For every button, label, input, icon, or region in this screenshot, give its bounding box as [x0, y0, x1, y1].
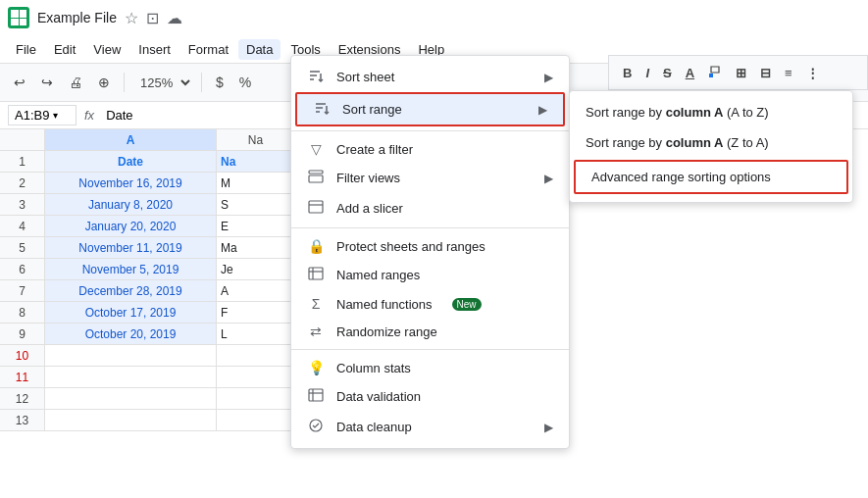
paint-bucket-button[interactable]	[702, 62, 728, 84]
svg-rect-14	[309, 389, 323, 401]
sort-col-a-za-option[interactable]: Sort range by column A (Z to A)	[570, 127, 852, 158]
star-icon[interactable]: ☆	[125, 9, 138, 27]
create-filter-option[interactable]: ▽ Create a filter	[291, 135, 569, 163]
row-num-11[interactable]: 11	[0, 367, 45, 388]
more-button[interactable]: ⋮	[800, 63, 825, 83]
cell-a1[interactable]: Date	[45, 151, 217, 173]
row-num-8[interactable]: 8	[0, 302, 45, 324]
row-num-6[interactable]: 6	[0, 259, 45, 280]
menu-edit[interactable]: Edit	[46, 39, 83, 60]
cell-b11[interactable]	[217, 367, 295, 388]
cloud-icon: ☁	[167, 9, 182, 27]
menu-divider-1	[291, 130, 569, 131]
cell-b10[interactable]	[217, 345, 295, 367]
cell-b3[interactable]: S	[217, 194, 295, 216]
menu-data[interactable]: Data	[238, 39, 281, 60]
row-num-12[interactable]: 12	[0, 388, 45, 410]
menu-view[interactable]: View	[85, 39, 128, 60]
print-button[interactable]: 🖨	[63, 71, 88, 94]
cell-b8[interactable]: F	[217, 302, 295, 324]
percent-button[interactable]: %	[233, 71, 257, 94]
row-num-3[interactable]: 3	[0, 194, 45, 216]
data-cleanup-arrow: ▶	[544, 421, 553, 434]
italic-button[interactable]: I	[639, 63, 655, 83]
named-functions-option[interactable]: Σ Named functions New	[291, 290, 569, 318]
randomize-range-option[interactable]: ⇄ Randomize range	[291, 318, 569, 345]
col-header-b[interactable]: Na	[217, 129, 295, 151]
row-num-4[interactable]: 4	[0, 216, 45, 237]
cell-a2[interactable]: November 16, 2019	[45, 173, 217, 194]
filter-views-icon	[307, 169, 325, 187]
folder-icon[interactable]: ⊡	[146, 9, 159, 27]
cell-b7[interactable]: A	[217, 280, 295, 302]
menu-file[interactable]: File	[8, 39, 44, 60]
randomize-range-icon: ⇄	[307, 324, 325, 339]
underline-a-button[interactable]: A	[680, 63, 700, 83]
cell-a10[interactable]	[45, 345, 217, 367]
column-stats-option[interactable]: 💡 Column stats	[291, 354, 569, 381]
create-filter-label: Create a filter	[336, 142, 413, 157]
cell-a7[interactable]: December 28, 2019	[45, 280, 217, 302]
cell-reference[interactable]: A1:B9 ▾	[8, 105, 77, 125]
row-num-2[interactable]: 2	[0, 173, 45, 194]
add-slicer-option[interactable]: Add a slicer	[291, 193, 569, 224]
zoom-select[interactable]: 125% 100% 75%	[132, 73, 193, 93]
filter-views-option[interactable]: Filter views ▶	[291, 163, 569, 193]
toolbar-divider-1	[124, 73, 125, 92]
align-button[interactable]: ≡	[779, 63, 798, 83]
redo-button[interactable]: ↪	[35, 71, 59, 94]
borders-button[interactable]: ⊞	[730, 63, 752, 83]
sort-col-a-az-option[interactable]: Sort range by column A (A to Z)	[570, 97, 852, 127]
cell-b4[interactable]: E	[217, 216, 295, 237]
cell-a3[interactable]: January 8, 2020	[45, 194, 217, 216]
cell-a5[interactable]: November 11, 2019	[45, 237, 217, 259]
sort-sheet-option[interactable]: Sort sheet ▶	[291, 62, 569, 92]
data-cleanup-option[interactable]: Data cleanup ▶	[291, 412, 569, 442]
named-ranges-option[interactable]: Named ranges	[291, 260, 569, 290]
sort-range-option[interactable]: Sort range ▶	[295, 92, 565, 126]
undo-button[interactable]: ↩	[8, 71, 31, 94]
cell-a4[interactable]: January 20, 2020	[45, 216, 217, 237]
cell-a13[interactable]	[45, 410, 217, 431]
sort-col-a-za-label: Sort range by column A (Z to A)	[586, 135, 769, 150]
cell-b13[interactable]	[217, 410, 295, 431]
strikethrough-button[interactable]: S	[657, 63, 678, 83]
row-num-13[interactable]: 13	[0, 410, 45, 431]
cell-b1[interactable]: Na	[217, 151, 295, 173]
row-num-5[interactable]: 5	[0, 237, 45, 259]
dollar-button[interactable]: $	[210, 71, 230, 94]
data-validation-option[interactable]: Data validation	[291, 381, 569, 412]
svg-rect-9	[309, 201, 323, 213]
cell-ref-dropdown-icon[interactable]: ▾	[53, 110, 58, 121]
cell-b9[interactable]: L	[217, 324, 295, 345]
cell-a6[interactable]: November 5, 2019	[45, 259, 217, 280]
col-header-a[interactable]: A	[45, 129, 217, 151]
cell-b5[interactable]: Ma	[217, 237, 295, 259]
row-num-header	[0, 129, 45, 151]
create-filter-icon: ▽	[307, 141, 325, 157]
menu-format[interactable]: Format	[180, 39, 236, 60]
named-ranges-label: Named ranges	[336, 268, 420, 282]
svg-rect-0	[709, 74, 713, 77]
cell-a12[interactable]	[45, 388, 217, 410]
cell-a8[interactable]: October 17, 2019	[45, 302, 217, 324]
cell-b12[interactable]	[217, 388, 295, 410]
paint-format-button[interactable]: ⊕	[92, 71, 116, 94]
svg-rect-11	[309, 268, 323, 279]
menu-insert[interactable]: Insert	[130, 39, 179, 60]
row-num-9[interactable]: 9	[0, 324, 45, 345]
bold-button[interactable]: B	[617, 63, 638, 83]
row-num-10[interactable]: 10	[0, 345, 45, 367]
data-validation-icon	[307, 387, 325, 406]
column-stats-label: Column stats	[336, 361, 411, 375]
sort-range-arrow: ▶	[538, 103, 547, 117]
cell-b2[interactable]: M	[217, 173, 295, 194]
row-num-1[interactable]: 1	[0, 151, 45, 173]
advanced-sort-option[interactable]: Advanced range sorting options	[574, 160, 848, 194]
cell-a9[interactable]: October 20, 2019	[45, 324, 217, 345]
cell-b6[interactable]: Je	[217, 259, 295, 280]
merge-button[interactable]: ⊟	[754, 63, 777, 83]
cell-a11[interactable]	[45, 367, 217, 388]
row-num-7[interactable]: 7	[0, 280, 45, 302]
protect-sheets-option[interactable]: 🔒 Protect sheets and ranges	[291, 232, 569, 260]
